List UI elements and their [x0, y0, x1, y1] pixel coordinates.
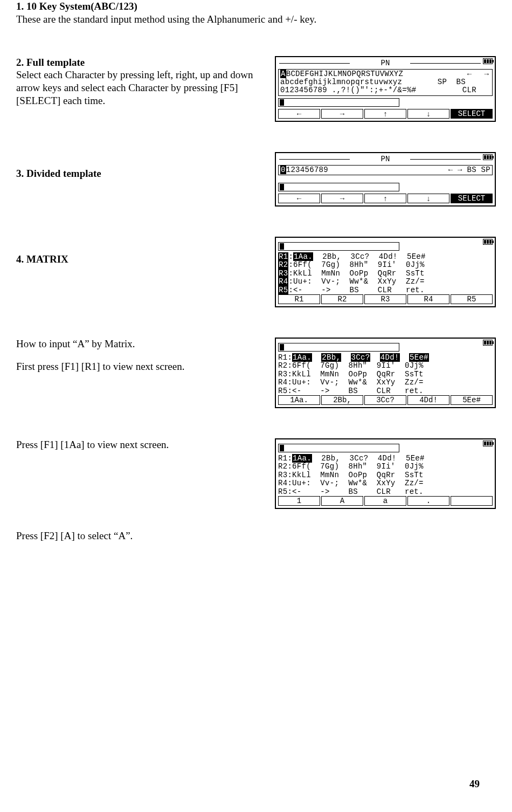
- clr-label: CLR: [462, 86, 476, 94]
- section2-title: 2. Full template: [16, 56, 269, 69]
- cursor-icon: [280, 243, 284, 250]
- lcd-matrix-2: R1:1Aa. 2Bb, 3Cc? 4Dd! 5Ee# R2:6Ff( 7Gg)…: [275, 338, 496, 408]
- section1-body: These are the standard input method usin…: [16, 13, 496, 26]
- softkey[interactable]: 4Dd!: [407, 395, 449, 405]
- softkey[interactable]: A: [321, 496, 363, 506]
- softkey[interactable]: R1: [278, 294, 320, 304]
- softkey-down[interactable]: ↓: [407, 109, 449, 119]
- lcd-divided-template: PN 0123456789← → BS SP ← → ↑ ↓ SELECT: [275, 152, 496, 207]
- softkey-right[interactable]: →: [321, 109, 363, 119]
- section1-title: 1. 10 Key System(ABC/123): [16, 0, 496, 13]
- bs-label: BS: [456, 78, 466, 86]
- divided-rest: 123456789: [286, 166, 328, 174]
- softkey[interactable]: R4: [407, 294, 449, 304]
- softkey[interactable]: 1Aa.: [278, 395, 320, 405]
- arrow-left-icon: ←: [466, 70, 473, 78]
- softkey-select[interactable]: SELECT: [451, 109, 493, 119]
- divided-right: ← → BS SP: [448, 166, 490, 174]
- softkey[interactable]: R3: [364, 294, 406, 304]
- nums-row: 0123456789 .,?!()"':;+-*/&=%#: [280, 86, 416, 94]
- softkey[interactable]: R5: [451, 294, 493, 304]
- cursor-icon: [280, 99, 284, 106]
- cursor-icon: [280, 445, 284, 451]
- lower-row: abcdefghijklmnopqrstuvwxyz: [280, 78, 402, 86]
- lcd-matrix-1: R1:1Aa. 2Bb, 3Cc? 4Dd! 5Ee# R2:6Ff( 7Gg)…: [275, 237, 496, 307]
- softkey[interactable]: a: [364, 496, 406, 506]
- section2-body: Select each Character by pressing left, …: [16, 68, 269, 107]
- pn-label: PN: [381, 59, 390, 67]
- howto-line2: First press [F1] [R1] to view next scree…: [16, 360, 269, 373]
- softkey[interactable]: 1: [278, 496, 320, 506]
- softkey-right[interactable]: →: [321, 194, 363, 203]
- upper-row-rest: BCDEFGHIJKLMNOPQRSTUVWXYZ: [286, 70, 404, 78]
- howto-line4: Press [F2] [A] to select “A”.: [16, 529, 496, 542]
- section3-title: 3. Divided template: [16, 167, 269, 180]
- softkey-select[interactable]: SELECT: [451, 194, 493, 203]
- softkey[interactable]: 3Cc?: [364, 395, 406, 405]
- softkey-up[interactable]: ↑: [364, 109, 406, 119]
- softkey[interactable]: .: [407, 496, 449, 506]
- arrow-right-icon: →: [483, 70, 490, 78]
- softkey-down[interactable]: ↓: [407, 194, 449, 203]
- softkey[interactable]: [451, 496, 493, 506]
- cursor-icon: [280, 344, 284, 350]
- battery-icon: [483, 441, 493, 446]
- softkey-left[interactable]: ←: [278, 194, 320, 203]
- softkey[interactable]: R2: [321, 294, 363, 304]
- sp-label: SP: [438, 78, 447, 86]
- softkey-left[interactable]: ←: [278, 109, 320, 119]
- pn-label: PN: [381, 155, 390, 163]
- softkey[interactable]: 2Bb,: [321, 395, 363, 405]
- battery-icon: [483, 239, 493, 245]
- howto-line1: How to input “A” by Matrix.: [16, 338, 269, 350]
- softkey-up[interactable]: ↑: [364, 194, 406, 203]
- cursor-icon: [280, 184, 284, 190]
- howto-line3: Press [F1] [1Aa] to view next screen.: [16, 438, 269, 451]
- softkey[interactable]: 5Ee#: [451, 395, 493, 405]
- section4-title: 4. MATRIX: [16, 253, 269, 266]
- lcd-full-template: PN ABCDEFGHIJKLMNOPQRSTUVWXYZ← → abcdefg…: [275, 56, 496, 122]
- lcd-matrix-3: R1:1Aa. 2Bb, 3Cc? 4Dd! 5Ee# R2:6Ff( 7Gg)…: [275, 438, 496, 509]
- battery-icon: [483, 340, 493, 346]
